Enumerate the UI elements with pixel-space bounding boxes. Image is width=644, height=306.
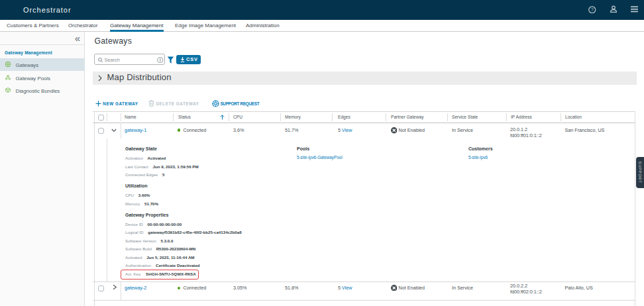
svg-text:?: ? <box>591 7 594 13</box>
